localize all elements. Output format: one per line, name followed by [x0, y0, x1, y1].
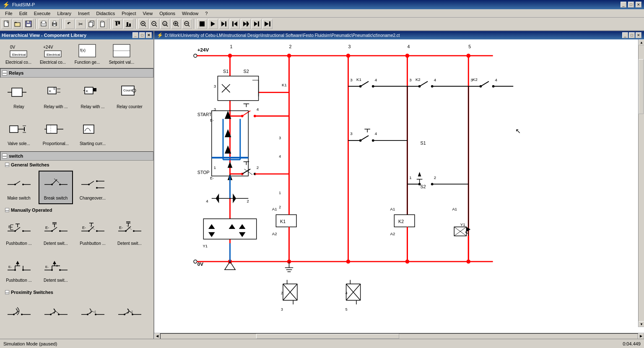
- prev-button[interactable]: [230, 19, 240, 29]
- print-preview-button[interactable]: [39, 19, 49, 29]
- library-scroll[interactable]: 0V Electrical Electrical co... +24V Elec…: [0, 39, 153, 339]
- undo-button[interactable]: [65, 19, 75, 29]
- comp-relay-with-1[interactable]: K S Relay with ...: [39, 79, 73, 113]
- comp-detent-switch-3[interactable]: E- Detent swit...: [39, 253, 73, 286]
- h-scroll-left-button[interactable]: ◀: [154, 333, 160, 339]
- align-bottom-button[interactable]: [123, 19, 133, 29]
- menu-insert[interactable]: Insert: [75, 10, 93, 17]
- comp-prox-2[interactable]: [39, 298, 73, 332]
- align-top-button[interactable]: [112, 19, 122, 29]
- paste-button[interactable]: [97, 19, 107, 29]
- menu-edit[interactable]: Edit: [16, 10, 31, 17]
- zoom-out-button[interactable]: [149, 19, 159, 29]
- comp-prox-4[interactable]: ◁: [112, 298, 147, 332]
- save-button[interactable]: [23, 19, 34, 29]
- step-fwd-button[interactable]: [241, 19, 251, 29]
- proximity-switches-header[interactable]: — Proximity Switches: [0, 288, 153, 296]
- svg-point-181: [95, 314, 96, 315]
- comp-changeover-label: Changeover...: [80, 196, 106, 201]
- comp-24v-icon: +24V Electrical: [40, 42, 65, 59]
- comp-prox-3[interactable]: ◁: [75, 298, 110, 332]
- h-scroll-right-button[interactable]: ▶: [638, 333, 644, 339]
- comp-function[interactable]: f(x) Function ge...: [70, 41, 104, 66]
- menu-help[interactable]: ?: [202, 10, 211, 17]
- h-scrollbar[interactable]: ◀ ▶: [154, 333, 644, 339]
- comp-relay[interactable]: Relay: [2, 79, 36, 113]
- lib-minimize[interactable]: _: [132, 32, 138, 38]
- print-button[interactable]: [49, 19, 60, 29]
- menu-file[interactable]: File: [2, 10, 16, 17]
- general-switches-header[interactable]: — General Switches: [0, 161, 153, 169]
- comp-relay-counter[interactable]: Count Relay counter: [112, 79, 147, 113]
- comp-make-switch[interactable]: Make switch: [2, 171, 36, 204]
- minimize-button[interactable]: _: [621, 2, 626, 8]
- library-title: Hierarchical View - Component Library: [2, 33, 86, 38]
- schematic-svg: +24V 1 2 3 4 5 0V: [154, 39, 644, 333]
- svg-text:Electrical: Electrical: [47, 53, 60, 57]
- zoom-in-button[interactable]: [138, 19, 148, 29]
- menu-library[interactable]: Library: [54, 10, 75, 17]
- comp-relay-with-2[interactable]: K Relay with ...: [75, 79, 110, 113]
- svg-text:↖: ↖: [515, 127, 521, 135]
- menu-options[interactable]: Options: [156, 10, 179, 17]
- schematic-restore[interactable]: □: [629, 32, 635, 38]
- comp-24v[interactable]: +24V Electrical Electrical co...: [36, 41, 70, 66]
- comp-function-label: Function ge...: [75, 60, 100, 65]
- menu-window[interactable]: Window: [179, 10, 202, 17]
- step-button[interactable]: [219, 19, 229, 29]
- copy-button[interactable]: [86, 19, 96, 29]
- comp-detent-switch-1[interactable]: E- Detent swit...: [39, 216, 73, 249]
- svg-text:E-: E-: [45, 226, 49, 230]
- comp-pushbutton-3[interactable]: E- Pushbutton ...: [2, 253, 36, 286]
- schematic-area[interactable]: ▲ ▼ +24V 1 2 3 4 5: [154, 39, 644, 333]
- comp-setpoint[interactable]: Setpoint val...: [105, 41, 138, 66]
- svg-text:4: 4: [257, 107, 259, 112]
- schematic-title: D:\Work\University of Cebu-LM\Instructio…: [165, 33, 400, 38]
- comp-starting-curr-label: Starting curr...: [80, 141, 106, 146]
- svg-text:4: 4: [407, 44, 410, 49]
- svg-line-98: [54, 179, 59, 183]
- comp-detent-switch-2[interactable]: E- Detent swit...: [112, 216, 147, 249]
- comp-pushbutton-2[interactable]: E- Pushbutton ...: [75, 216, 110, 249]
- lib-restore[interactable]: □: [139, 32, 145, 38]
- stop-button[interactable]: [197, 19, 207, 29]
- menu-didactics[interactable]: Didactics: [93, 10, 119, 17]
- cut-button[interactable]: ✂: [75, 19, 86, 29]
- play-button[interactable]: [208, 19, 218, 29]
- comp-0v[interactable]: 0V Electrical Electrical co...: [2, 41, 35, 66]
- manually-operated-grid: E Pushbutton ...: [0, 214, 153, 251]
- menu-project[interactable]: Project: [118, 10, 139, 17]
- schematic-close[interactable]: ✕: [636, 32, 641, 38]
- switch-header[interactable]: — switch: [0, 151, 153, 161]
- comp-changeover[interactable]: Changeover...: [75, 171, 110, 204]
- comp-pushbutton-1[interactable]: E Pushbutton ...: [2, 216, 36, 249]
- comp-break-switch[interactable]: Break switch: [39, 171, 73, 204]
- close-button[interactable]: ✕: [636, 2, 641, 8]
- svg-rect-73: [93, 88, 96, 91]
- last-button[interactable]: [262, 19, 273, 29]
- comp-starting-curr[interactable]: Starting curr...: [75, 116, 110, 150]
- menu-execute[interactable]: Execute: [31, 10, 54, 17]
- zoom-fit-button[interactable]: ◎: [160, 19, 170, 29]
- comp-relay-with-2-label: Relay with ...: [80, 104, 104, 109]
- comp-valve-sole[interactable]: Valve sole...: [2, 116, 36, 150]
- zoom-out2-button[interactable]: [182, 19, 192, 29]
- svg-point-109: [14, 230, 16, 232]
- comp-prox-1[interactable]: [2, 298, 36, 332]
- next-button[interactable]: [252, 19, 262, 29]
- zoom-in2-button[interactable]: [171, 19, 181, 29]
- lib-close[interactable]: ✕: [146, 32, 152, 38]
- maximize-button[interactable]: □: [628, 2, 634, 8]
- relays-header[interactable]: — Relays: [0, 68, 153, 78]
- svg-point-159: [51, 269, 53, 271]
- manually-operated-header[interactable]: — Manually Operated: [0, 206, 153, 214]
- svg-rect-15: [101, 22, 104, 27]
- h-scroll-track: [160, 333, 638, 339]
- menu-view[interactable]: View: [139, 10, 156, 17]
- comp-pushbutton-2-icon: E-: [80, 219, 105, 240]
- comp-proportional[interactable]: Proportional...: [39, 116, 73, 150]
- open-button[interactable]: [13, 19, 23, 29]
- schematic-minimize[interactable]: _: [622, 32, 628, 38]
- h-scroll-thumb[interactable]: [256, 334, 399, 339]
- new-button[interactable]: [2, 19, 12, 29]
